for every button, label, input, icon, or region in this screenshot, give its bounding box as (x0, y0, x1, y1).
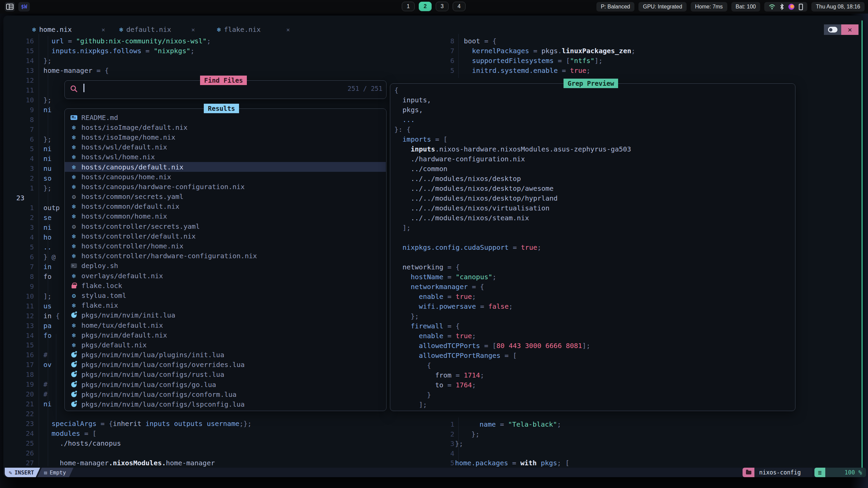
result-item[interactable]: ❄hosts/wsl/default.nix (65, 142, 386, 152)
results-list[interactable]: M↓README.md❄hosts/isoImage/default.nix❄h… (65, 109, 386, 410)
result-filename: hosts/common/secrets.yaml (81, 192, 183, 201)
result-item[interactable]: ❄hosts/common/home.nix (65, 211, 386, 221)
result-item[interactable]: ❄pkgs/default.nix (65, 340, 386, 350)
wm-logo[interactable]: $W (18, 2, 30, 12)
line-number: 6 (14, 135, 34, 144)
result-item[interactable]: ❄hosts/controller/hardware-configuration… (65, 251, 386, 261)
search-icon (69, 84, 79, 94)
result-item[interactable]: >_deploy.sh (65, 261, 386, 271)
line-number: 16 (14, 350, 34, 360)
preview-code-line: enable = true; (394, 331, 795, 341)
tab-flake.nix[interactable]: ❄flake.nix× (217, 24, 290, 35)
tab-label: default.nix (126, 25, 171, 34)
line-number: 27 (14, 458, 34, 468)
result-item[interactable]: pkgs/nvim/nvim/init.lua (65, 310, 386, 320)
search-input-caret[interactable] (83, 84, 84, 92)
line-number: 8 (14, 115, 34, 125)
result-item[interactable]: pkgs/nvim/nvim/lua/configs/go.lua (65, 380, 386, 389)
result-filename: stylua.toml (81, 291, 126, 300)
buffer-icon: ▤ (44, 470, 47, 475)
file-icon-wrap: ❄ (70, 163, 78, 171)
line-number: 10 (14, 95, 34, 105)
code-line: }; (455, 439, 463, 449)
tab-default.nix[interactable]: ❄default.nix× (119, 24, 195, 35)
preview-code-line: ]; (394, 223, 795, 233)
result-item[interactable]: ❄home/tux/default.nix (65, 320, 386, 330)
tab-close-icon[interactable]: × (101, 26, 105, 33)
nix-file-icon: ❄ (72, 302, 76, 309)
result-item[interactable]: ❄hosts/canopus/hardware-configuration.ni… (65, 182, 386, 191)
code-line: # (43, 350, 47, 360)
result-item[interactable]: ❄hosts/wsl/home.nix (65, 152, 386, 162)
result-item[interactable]: pkgs/nvim/nvim/lua/plugins/init.lua (65, 350, 386, 360)
window-close-button[interactable]: × (841, 24, 859, 35)
result-item[interactable]: pkgs/nvim/nvim/lua/configs/rust.lua (65, 370, 386, 380)
code-line: inputs.nixpkgs.follows = "nixpkgs"; (43, 46, 195, 56)
result-item[interactable]: ⚙hosts/common/secrets.yaml (65, 192, 386, 202)
nix-file-icon: ❄ (72, 341, 76, 349)
result-item[interactable]: flake.lock (65, 281, 386, 290)
result-item[interactable]: ❄hosts/canopus/default.nix (65, 162, 386, 172)
result-filename: pkgs/nvim/nvim/lua/plugins/init.lua (81, 351, 224, 359)
result-filename: hosts/controller/hardware-configuration.… (81, 252, 257, 260)
tab-close-icon[interactable]: × (286, 26, 290, 33)
network-icon (769, 4, 775, 10)
status-pills: P: BalancedGPU: IntegratedHome: 7msBat: … (596, 2, 760, 12)
line-number: 7 (14, 262, 34, 272)
line-number: 5 (14, 144, 34, 154)
code-line: specialArgs = {inherit inputs outputs us… (43, 419, 252, 429)
app-launcher-icon[interactable] (5, 2, 15, 12)
code-line: ./hosts/canopus (43, 439, 121, 448)
buffer-label: Empty (50, 469, 66, 476)
line-number: 2 (14, 174, 34, 183)
result-item[interactable]: M↓README.md (65, 113, 386, 122)
line-number: 1 (14, 203, 34, 213)
phone-icon (799, 4, 803, 10)
system-tray[interactable] (764, 2, 807, 12)
result-item[interactable]: ⚙hosts/controller/secrets.yaml (65, 221, 386, 231)
window-toggle-button[interactable] (824, 24, 841, 35)
line-number: 16 (14, 36, 34, 46)
result-item[interactable]: ❄overlays/default.nix (65, 271, 386, 281)
result-item[interactable]: ⚙stylua.toml (65, 290, 386, 300)
line-number: 8 (436, 36, 454, 46)
result-item[interactable]: pkgs/nvim/nvim/lua/configs/conform.lua (65, 389, 386, 399)
preview-code-line: allowedTCPPortRanges = [ (394, 351, 795, 361)
workspace-button-3[interactable]: 3 (436, 2, 449, 11)
result-filename: flake.lock (81, 282, 122, 290)
result-item[interactable]: ❄pkgs/nvim/default.nix (65, 330, 386, 340)
line-number: 6 (436, 56, 454, 66)
result-filename: hosts/controller/secrets.yaml (81, 222, 200, 230)
line-number: 21 (14, 399, 34, 409)
result-item[interactable]: pkgs/nvim/nvim/lua/configs/lspconfig.lua (65, 399, 386, 409)
result-item[interactable]: ❄hosts/common/default.nix (65, 202, 386, 211)
workspace-button-1[interactable]: 1 (402, 2, 415, 11)
code-line: # (43, 389, 47, 399)
preview-code-line: } (394, 390, 795, 400)
preview-code-line: ... (394, 115, 795, 125)
code-line: kernelPackages = pkgs.linuxPackages_zen; (464, 46, 635, 56)
result-item[interactable]: ❄hosts/canopus/home.nix (65, 172, 386, 182)
file-icon-wrap: ❄ (70, 242, 78, 250)
line-number: 7 (436, 46, 454, 56)
scroll-progress-badge: ≡ (814, 468, 825, 477)
file-icon-wrap (70, 312, 78, 318)
line-number: 18 (14, 370, 34, 380)
preview-code-line: hostName = "canopus"; (394, 272, 795, 282)
line-number: 11 (14, 85, 34, 95)
result-item[interactable]: ❄hosts/isoImage/home.nix (65, 132, 386, 142)
file-icon-wrap: ❄ (70, 173, 78, 181)
nix-file-icon: ❄ (72, 163, 76, 171)
tab-home.nix[interactable]: ❄home.nix× (32, 24, 105, 35)
status-pill: GPU: Integrated (638, 2, 687, 12)
result-item[interactable]: pkgs/nvim/nvim/lua/configs/overrides.lua (65, 360, 386, 370)
result-item[interactable]: ❄flake.nix (65, 301, 386, 310)
line-number: 4 (14, 232, 34, 242)
workspace-button-4[interactable]: 4 (453, 2, 466, 11)
tab-close-icon[interactable]: × (191, 26, 195, 33)
result-item[interactable]: ❄hosts/isoImage/default.nix (65, 122, 386, 132)
result-item[interactable]: ❄hosts/controller/home.nix (65, 241, 386, 251)
result-item[interactable]: ❄hosts/controller/default.nix (65, 231, 386, 241)
file-icon-wrap: ❄ (70, 153, 78, 161)
workspace-button-2[interactable]: 2 (419, 2, 432, 11)
